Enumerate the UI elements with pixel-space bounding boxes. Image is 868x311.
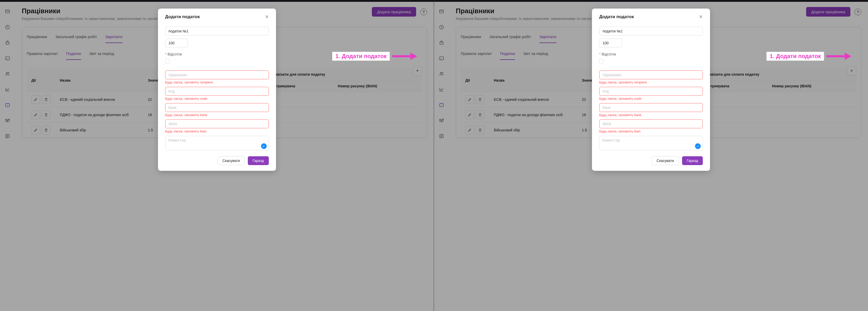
bank-input[interactable] [599,103,703,112]
code-error: Будь ласка, заповніть code [599,97,703,101]
close-icon[interactable]: ✕ [699,15,703,19]
percent-label: *Відсоток [599,52,703,56]
ok-button[interactable]: Гаразд [248,156,269,165]
iban-error: Будь ласка, заповніть iban [165,129,269,133]
recipient-input[interactable] [165,70,269,79]
grammar-check-icon[interactable]: ✓ [261,143,267,149]
tax-name-input[interactable] [599,27,703,35]
code-input[interactable] [599,87,703,96]
bank-input[interactable] [165,103,269,112]
iban-error: Будь ласка, заповніть iban [599,129,703,133]
close-icon[interactable]: ✕ [265,15,269,19]
ok-button[interactable]: Гаразд [682,156,703,165]
modal-title: Додати податок [599,14,634,20]
recipient-input[interactable] [599,70,703,79]
tax-amount-input[interactable] [599,38,622,48]
bank-error: Будь ласка, заповніть bank [599,113,703,117]
modal-title: Додати податок [165,14,200,20]
add-tax-modal: Додати податок ✕ *Відсоток Будь ласка, з… [592,8,710,171]
grammar-check-icon[interactable]: ✓ [695,143,701,149]
percent-label: *Відсоток [165,52,269,56]
code-input[interactable] [165,87,269,96]
recipient-error: Будь ласка, заповніть recipient [165,80,269,84]
percent-checkbox[interactable] [599,59,604,63]
cancel-button[interactable]: Скасувати [652,156,679,165]
iban-input[interactable] [165,119,269,128]
cancel-button[interactable]: Скасувати [218,156,245,165]
iban-input[interactable] [599,119,703,128]
recipient-error: Будь ласка, заповніть recipient [599,80,703,84]
comment-textarea[interactable] [599,136,703,150]
bank-error: Будь ласка, заповніть bank [165,113,269,117]
tax-amount-input[interactable] [165,38,188,48]
add-tax-modal: Додати податок ✕ *Відсоток Будь ласка, з… [158,8,276,171]
comment-textarea[interactable] [165,136,269,150]
code-error: Будь ласка, заповніть code [165,97,269,101]
percent-checkbox[interactable] [165,59,170,63]
tax-name-input[interactable] [165,27,269,35]
